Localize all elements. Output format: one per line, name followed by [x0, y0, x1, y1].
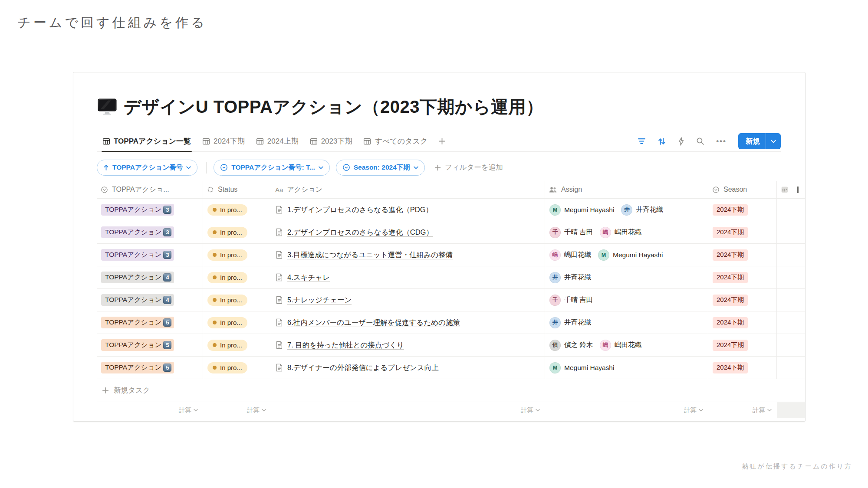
status-cell[interactable]: In pro...	[203, 311, 271, 334]
tab-2[interactable]: 2024下期	[197, 131, 250, 151]
action-page-link[interactable]: 8.デザイナーの外部発信によるプレゼンス向上	[287, 363, 439, 373]
tab-3[interactable]: 2024上期	[250, 131, 304, 151]
filter-chip-toppa[interactable]: TOPPAアクション番号: T...	[214, 160, 329, 176]
status-dot	[213, 321, 217, 324]
tag-cell[interactable]: TOPPAアクション3	[97, 244, 203, 266]
column-header-6[interactable]	[777, 181, 805, 198]
toppa-tag: TOPPAアクション3	[101, 249, 174, 261]
new-task-button[interactable]: 新規タスク	[97, 379, 805, 402]
page-icon	[276, 296, 283, 304]
assign-cell[interactable]: 嶋嶋田花織MMegumi Hayashi	[545, 244, 708, 266]
avatar: 千	[549, 227, 561, 238]
action-page-link[interactable]: 3.目標達成につながるユニット運営・仕組みの整備	[287, 250, 453, 260]
new-button[interactable]: 新規	[738, 133, 781, 149]
assign-cell[interactable]: 千千晴 吉田	[545, 289, 708, 311]
tag-cell[interactable]: TOPPAアクション3	[97, 221, 203, 243]
season-badge: 2024下期	[713, 295, 748, 306]
column-header-5[interactable]: Season	[708, 181, 777, 198]
more-options-icon[interactable]: •••	[716, 137, 727, 146]
lightning-icon[interactable]	[678, 137, 684, 146]
select-circle-icon	[220, 164, 228, 171]
database-card: デザインU TOPPAアクション（2023下期から運用） TOPPAアクション一…	[73, 72, 806, 422]
action-page-link[interactable]: 2.デザインプロセスのさらなる進化（CDG）	[287, 228, 433, 237]
action-page-link[interactable]: 7. 目的を持った他社との接点づくり	[287, 341, 404, 350]
watermark-text: 熱狂が伝播するチームの作り方	[742, 462, 852, 471]
action-page-link[interactable]: 5.ナレッジチェーン	[287, 295, 352, 305]
tab-1[interactable]: TOPPAアクション一覧	[97, 131, 197, 151]
tab-4[interactable]: 2023下期	[304, 131, 358, 151]
avatar: 嶋	[600, 340, 611, 351]
calc-dropdown[interactable]: 計算	[708, 402, 777, 418]
status-cell[interactable]: In pro...	[203, 289, 271, 311]
filter-icon[interactable]	[638, 138, 646, 145]
add-view-button[interactable]	[433, 138, 451, 145]
tag-cell[interactable]: TOPPAアクション4	[97, 289, 203, 311]
status-cell[interactable]: In pro...	[203, 357, 271, 379]
status-cell[interactable]: In pro...	[203, 221, 271, 243]
season-badge: 2024下期	[713, 204, 748, 216]
column-header-1[interactable]: TOPPAアクショ...	[97, 181, 203, 198]
toppa-tag: TOPPAアクション5	[101, 317, 174, 328]
tag-cell[interactable]: TOPPAアクション5	[97, 357, 203, 379]
new-button-label: 新規	[738, 137, 766, 146]
tag-cell[interactable]: TOPPAアクション5	[97, 311, 203, 334]
clipped-cell	[777, 244, 805, 266]
add-filter-label: フィルターを追加	[445, 163, 503, 172]
tag-cell[interactable]: TOPPAアクション5	[97, 334, 203, 356]
add-filter-button[interactable]: フィルターを追加	[434, 163, 503, 172]
season-cell[interactable]: 2024下期	[708, 244, 777, 266]
column-header-3[interactable]: Aaアクション	[271, 181, 545, 198]
status-cell[interactable]: In pro...	[203, 244, 271, 266]
status-cell[interactable]: In pro...	[203, 334, 271, 356]
filter-chip-season[interactable]: Season: 2024下期	[336, 160, 425, 176]
season-cell[interactable]: 2024下期	[708, 266, 777, 288]
status-label: In pro...	[220, 229, 242, 236]
status-cell[interactable]: In pro...	[203, 199, 271, 221]
sort-chip[interactable]: TOPPAアクション番号	[97, 160, 197, 176]
chevron-down-icon[interactable]	[766, 140, 781, 143]
season-badge: 2024下期	[713, 249, 748, 261]
assign-cell[interactable]: 井井斉花織	[545, 266, 708, 288]
assign-cell[interactable]: MMegumi Hayashi井井斉花織	[545, 199, 708, 221]
assignee-name: 偵之 鈴木	[564, 341, 593, 350]
season-cell[interactable]: 2024下期	[708, 334, 777, 356]
tab-5[interactable]: すべてのタスク	[358, 131, 433, 151]
season-cell[interactable]: 2024下期	[708, 311, 777, 334]
season-cell[interactable]: 2024下期	[708, 289, 777, 311]
page-icon	[276, 318, 283, 327]
plus-icon	[102, 387, 109, 394]
chevron-down-icon	[536, 409, 540, 412]
status-label: In pro...	[220, 296, 242, 304]
status-label: In pro...	[220, 206, 242, 213]
search-icon[interactable]	[696, 137, 704, 145]
calc-dropdown[interactable]: 計算	[271, 402, 545, 418]
season-cell[interactable]: 2024下期	[708, 357, 777, 379]
season-cell[interactable]: 2024下期	[708, 199, 777, 221]
people-icon	[549, 187, 557, 193]
calc-dropdown[interactable]: 計算	[545, 402, 708, 418]
action-page-link[interactable]: 1.デザインプロセスのさらなる進化（PDG）	[287, 205, 433, 215]
filter-bar: TOPPAアクション番号 TOPPAアクション番号: T... Season: …	[97, 159, 781, 176]
tag-cell[interactable]: TOPPAアクション4	[97, 266, 203, 288]
action-page-link[interactable]: 4.スキチャレ	[287, 273, 330, 282]
tab-label: 2024上期	[267, 136, 299, 146]
sort-icon[interactable]	[658, 137, 666, 146]
calc-dropdown[interactable]: 計算	[203, 402, 271, 418]
tab-label: TOPPAアクション一覧	[114, 136, 191, 146]
column-header-2[interactable]: Status	[203, 181, 271, 198]
assign-cell[interactable]: 偵偵之 鈴木嶋嶋田花織	[545, 334, 708, 356]
status-dot	[213, 275, 217, 279]
column-header-4[interactable]: Assign	[545, 181, 708, 198]
tab-label: 2023下期	[321, 136, 352, 146]
tag-cell[interactable]: TOPPAアクション3	[97, 199, 203, 221]
assign-cell[interactable]: 井井斉花織	[545, 311, 708, 334]
assign-cell[interactable]: MMegumi Hayashi	[545, 357, 708, 379]
status-label: In pro...	[220, 274, 242, 281]
assignee-name: 嶋田花織	[615, 228, 641, 237]
status-cell[interactable]: In pro...	[203, 266, 271, 288]
season-cell[interactable]: 2024下期	[708, 221, 777, 243]
assign-cell[interactable]: 千千晴 吉田嶋嶋田花織	[545, 221, 708, 243]
chevron-down-icon	[767, 409, 772, 412]
calc-dropdown[interactable]: 計算	[97, 402, 203, 418]
action-page-link[interactable]: 6.社内メンバーのユーザー理解を促進するための施策	[287, 318, 460, 328]
